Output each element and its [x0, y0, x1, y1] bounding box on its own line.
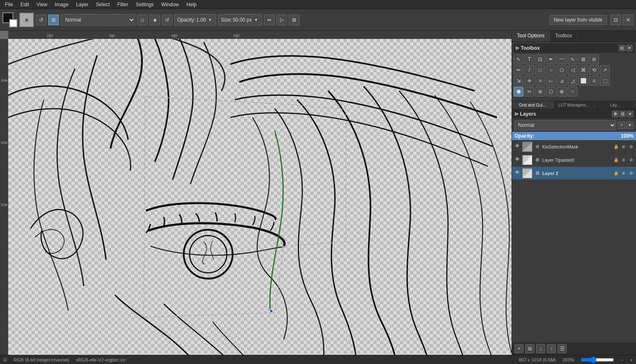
tab-toolbox[interactable]: Toolbox [550, 31, 578, 41]
tab-tool-options[interactable]: Tool Options [512, 31, 550, 41]
tool-wand-btn[interactable]: ⊿ [557, 76, 567, 86]
toolbox-close-btn[interactable]: ✕ [626, 45, 633, 51]
color-swatch-box[interactable] [2, 12, 17, 27]
layer-item-selection-mask[interactable]: 👁 ⊘ KisSelectionMask 🔒 α ⊘ [512, 140, 636, 153]
mirror-h-btn[interactable]: ⇔ [264, 15, 275, 25]
layer-eye-0[interactable]: 👁 [514, 143, 521, 150]
tool-free2-btn[interactable]: ⌘ [578, 65, 588, 75]
tool-rect-btn[interactable]: □ [535, 65, 545, 75]
layers-float-btn[interactable]: ⊡ [619, 111, 626, 117]
tool-cage-btn[interactable]: ⬚ [600, 76, 610, 86]
menu-select[interactable]: Select [93, 1, 113, 8]
menu-layer[interactable]: Layer [73, 1, 92, 8]
menu-image[interactable]: Image [51, 1, 72, 8]
panel-close-btn[interactable]: ✕ [623, 15, 634, 25]
size-expand-btn[interactable]: ▼ [253, 17, 259, 23]
tool-gradient-btn[interactable]: ⬜ [578, 76, 588, 86]
tool-extra-btn[interactable]: ⊘ [589, 54, 599, 64]
tool-rotate-btn[interactable]: ⟲ [589, 65, 599, 75]
blend-mode-dropdown[interactable]: Normal [61, 14, 135, 26]
tool-poly-btn[interactable]: ⬠ [557, 65, 567, 75]
extra-btn[interactable]: ⊞ [289, 15, 300, 25]
tool-arrow-btn[interactable]: ↗ [600, 65, 610, 75]
layers-expand-btn[interactable]: ▼ [626, 121, 634, 129]
layers-move-up-btn[interactable]: ↑ [547, 344, 556, 353]
sub-tab-grid[interactable]: Grid and Gui... [512, 101, 553, 109]
tool-path-btn[interactable]: ✒ [546, 54, 556, 64]
checker-background [8, 39, 512, 355]
refresh-btn[interactable]: ↺ [162, 15, 173, 25]
menu-window[interactable]: Window [158, 1, 183, 8]
brush-pattern-btn[interactable]: ▦ [19, 12, 34, 27]
layer-lock-1[interactable]: 🔒 [613, 157, 619, 163]
layers-close-btn[interactable]: ✕ [627, 111, 634, 117]
layers-move-down-btn[interactable]: ↓ [536, 344, 545, 353]
transform-btn[interactable]: ▷ [276, 15, 287, 25]
toolbox-float-btn[interactable]: ⊡ [619, 45, 625, 51]
menu-help[interactable]: Help [183, 1, 200, 8]
layer-alpha-0[interactable]: α [620, 143, 627, 150]
tool-line-btn[interactable]: / [524, 65, 534, 75]
tool-lasso-btn[interactable]: ⟜ [546, 76, 556, 86]
tool-bezier-btn[interactable]: ◁ [568, 65, 578, 75]
layer-more-1[interactable]: ⊘ [628, 157, 634, 163]
layer-eye-1[interactable]: 👁 [514, 156, 521, 164]
tool-crop2-btn[interactable]: ⌗ [535, 76, 545, 86]
tool-text-btn[interactable]: T [524, 54, 534, 64]
tool-pan-btn[interactable]: ☞ [568, 87, 578, 97]
fill-btn[interactable]: ◈ [149, 15, 160, 25]
tool-perspective-btn[interactable]: ⊡ [535, 54, 545, 64]
menu-settings[interactable]: Settings [132, 1, 157, 8]
layer-more-2[interactable]: ⊘ [628, 170, 634, 177]
tool-zoom-btn[interactable]: ⊕ [557, 87, 567, 97]
layer-name-1: Layer 7(pasted) [542, 158, 612, 163]
menu-edit[interactable]: Edit [17, 1, 32, 8]
tool-scale-btn[interactable]: ⇲ [514, 76, 524, 86]
layer-item-7[interactable]: 👁 ⊞ Layer 7(pasted) 🔒 α ⊘ [512, 153, 636, 167]
tool-freeselect-btn[interactable]: ⬟ [514, 87, 524, 97]
tool-paint-btn[interactable]: ✏ [514, 65, 524, 75]
tool-warp-btn[interactable]: 〰 [557, 54, 567, 64]
layer-eye-2[interactable]: 👁 [514, 170, 521, 177]
layers-duplicate-btn[interactable]: ⧉ [525, 344, 534, 353]
background-color[interactable] [9, 19, 17, 27]
tool-grid-btn[interactable]: ⊞ [48, 15, 59, 25]
tool-ellipse-btn[interactable]: ○ [546, 65, 556, 75]
tool-bycolor-btn[interactable]: ⬡ [546, 87, 556, 97]
layers-add-btn[interactable]: + [514, 344, 524, 353]
tool-pointer-btn[interactable]: ↖ [514, 54, 524, 64]
layer-lock-2[interactable]: 🔒 [613, 170, 619, 177]
statusbar-zoom-in-btn[interactable]: + [630, 357, 633, 362]
sub-tab-lut[interactable]: LUT Managem... [553, 101, 595, 109]
erase-btn[interactable]: ◇ [137, 15, 148, 25]
layers-lock-btn[interactable]: ⌑ [618, 121, 625, 129]
layer-more-0[interactable]: ⊘ [628, 143, 634, 150]
panel-toggle-btn[interactable]: ⊡ [610, 15, 621, 25]
layers-menu-btn[interactable]: ☰ [558, 344, 567, 353]
opacity-expand-btn[interactable]: ▼ [207, 17, 213, 23]
tool-transform2-btn[interactable]: ⊞ [578, 54, 588, 64]
layer-lock-0[interactable]: 🔒 [613, 143, 619, 150]
tool-move-btn[interactable]: ✛ [524, 76, 534, 86]
layer-alpha-1[interactable]: α [620, 157, 627, 163]
statusbar-zoom-out-btn[interactable]: − [621, 357, 623, 362]
tool-reset-btn[interactable]: ↺ [36, 15, 46, 25]
tool-align-btn[interactable]: ≡ [589, 76, 599, 86]
layers-mode-dropdown[interactable]: Normal [514, 120, 616, 130]
tool-freehand-btn[interactable]: ∿ [568, 54, 578, 64]
statusbar-zoom-slider[interactable] [581, 357, 614, 363]
tool-measure-btn[interactable]: ◿ [568, 76, 578, 86]
tool-scissors-btn[interactable]: ✂ [524, 87, 534, 97]
sub-tab-layers[interactable]: Lay... [595, 101, 636, 109]
canvas-viewport[interactable] [8, 39, 512, 355]
layers-settings-btn[interactable]: ⚙ [612, 111, 619, 117]
menu-file[interactable]: File [2, 1, 16, 8]
menu-view[interactable]: View [33, 1, 51, 8]
layer-item-2[interactable]: 👁 ⊞ Layer 2 🔒 α ⊘ [512, 167, 636, 180]
menu-filter[interactable]: Filter [114, 1, 132, 8]
new-layer-from-visible-btn[interactable]: New layer from visible [549, 15, 607, 25]
tool-freecut-btn[interactable]: ⊛ [535, 87, 545, 97]
opacity-row[interactable]: Opacity: 100% [512, 132, 636, 140]
canvas-area[interactable]: 200 300 400 500 300 400 500 [0, 31, 512, 355]
layer-alpha-2[interactable]: α [620, 170, 627, 177]
